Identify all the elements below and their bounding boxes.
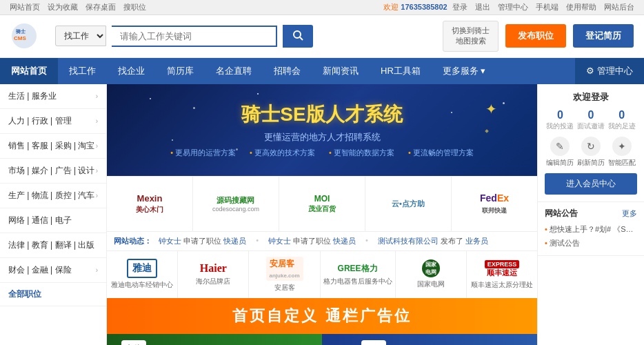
- topbar: 网站首页 设为收藏 保存桌面 搜职位 欢迎 17635385802 登录 退出 …: [0, 0, 644, 15]
- edit-resume-action[interactable]: ✎ 编辑简历: [546, 137, 574, 168]
- haier-label: 海尔品牌店: [196, 277, 230, 286]
- cat-hr-admin[interactable]: 人力 | 行政 | 管理 ›: [0, 109, 106, 134]
- topbar-admin[interactable]: 管理中心: [498, 3, 528, 11]
- topbar-login[interactable]: 登录: [452, 3, 467, 11]
- logo-icon: 骑士 CMS: [10, 22, 38, 50]
- svg-point-3: [294, 31, 301, 38]
- topbar-mobile[interactable]: 手机端: [536, 3, 559, 11]
- member-center-button[interactable]: 进入会员中心: [545, 173, 637, 195]
- nav-item-jobs[interactable]: 找工作: [58, 58, 107, 84]
- register-resume-button[interactable]: 登记简历: [573, 24, 634, 48]
- cat-it[interactable]: 网络 | 通信 | 电子: [0, 208, 106, 233]
- search-input[interactable]: [112, 26, 277, 47]
- topbar-right: 欢迎 17635385802 登录 退出 管理中心 手机端 使用帮助 网站后台: [383, 2, 637, 12]
- partner-mexin[interactable]: Mexin美心木门: [107, 177, 193, 231]
- big-banner-ad[interactable]: 首页自定义 通栏广告位: [107, 298, 537, 334]
- location-button[interactable]: 切换到骑士 地图搜索: [443, 21, 499, 52]
- client-anjuke[interactable]: 安居客anjuke.com 安居客: [249, 251, 320, 298]
- nav-item-elite[interactable]: 名企直聘: [205, 58, 263, 84]
- topbar-user-help[interactable]: 使用帮助: [566, 3, 596, 11]
- star-burst: ✦: [485, 101, 497, 117]
- notice-item-1[interactable]: 想快速上手？#划# 《SE版帮助手...: [545, 223, 637, 237]
- hero-banner[interactable]: ✦ 骑士SE版人才系统 更懂运营的地方人才招聘系统 更易用的运营方案 更高效的技…: [107, 84, 537, 176]
- post-job-button[interactable]: 发布职位: [505, 24, 566, 48]
- login-stats: 0 我的投递 0 面试邀请 0 我的足迹: [545, 109, 637, 131]
- client-logos: 雅迪 雅迪电动车经销中心 Haier 海尔品牌店 安居客anjuke.com 安…: [107, 250, 537, 298]
- cat-life-services[interactable]: 生活 | 服务业 ›: [0, 84, 106, 109]
- news-ticker: 网站动态： 钟女士 申请了职位 快递员 • 钟女士 申请了职位 快递员 • 测试…: [107, 231, 537, 250]
- cat-all-jobs[interactable]: 全部职位: [0, 283, 106, 306]
- topbar-home[interactable]: 网站首页: [10, 3, 40, 11]
- bottom-banner-postal[interactable]: 邮储银行 中国邮政储蓄银行 · 2019年春季校招: [107, 334, 322, 345]
- nav-item-hr[interactable]: HR工具箱: [370, 58, 432, 84]
- topbar-logout[interactable]: 退出: [475, 3, 490, 11]
- cat-finance[interactable]: 财会 | 金融 | 保险 ›: [0, 258, 106, 283]
- notice-more-link[interactable]: 更多: [622, 208, 637, 219]
- nav-item-companies[interactable]: 找企业: [107, 58, 156, 84]
- refresh-resume-action[interactable]: ↻ 刷新简历: [577, 137, 605, 168]
- logo[interactable]: 骑士 CMS: [10, 22, 38, 50]
- cat-market[interactable]: 市场 | 媒介 | 广告 | 设计 ›: [0, 159, 106, 184]
- client-gree[interactable]: GREE格力 格力电器售后服务中心: [321, 251, 396, 298]
- notice-title: 网站公告: [545, 208, 578, 219]
- search-area: 找工作 找企业: [55, 25, 313, 48]
- partner-fedex[interactable]: FedEx 联邦快递: [452, 177, 537, 231]
- cat-production[interactable]: 生产 | 物流 | 质控 | 汽车 ›: [0, 184, 106, 208]
- cat-law[interactable]: 法律 | 教育 | 翻译 | 出版: [0, 233, 106, 258]
- cat-sales[interactable]: 销售 | 客服 | 采购 | 淘宝 ›: [0, 134, 106, 159]
- gree-label: 格力电器售后服务中心: [323, 277, 392, 286]
- search-button[interactable]: [283, 25, 313, 48]
- banner-feature-1: 更易用的运营方案: [170, 148, 236, 158]
- right-panel: 欢迎登录 0 我的投递 0 面试邀请 0 我的足迹 ✎ 编辑简历: [537, 84, 644, 345]
- client-sf-express[interactable]: EXPRESS 顺丰速运 顺丰速运太原分理处: [467, 251, 537, 298]
- applied-label: 我的投递: [546, 121, 574, 131]
- search-type-select[interactable]: 找工作 找企业: [55, 26, 106, 46]
- state-grid-logo: 国家电网: [422, 259, 440, 277]
- topbar-site-admin[interactable]: 网站后台: [604, 3, 634, 11]
- nav-item-admin[interactable]: ⚙ 管理中心: [575, 58, 644, 84]
- client-yadi[interactable]: 雅迪 雅迪电动车经销中心: [107, 251, 178, 298]
- state-grid-label: 国家电网: [417, 279, 445, 289]
- bottom-banner-abc[interactable]: 农业银行 中国农业银行 · 诚聘英才: [322, 334, 537, 345]
- notice-header: 网站公告 更多: [545, 208, 637, 219]
- nav-item-news[interactable]: 新闻资讯: [312, 58, 370, 84]
- topbar-desktop[interactable]: 保存桌面: [85, 3, 116, 11]
- banner-features: 更易用的运营方案 更高效的技术方案 更智能的数据方案 更流畅的管理方案: [170, 148, 474, 158]
- ticker-item-2: 钟女士 申请了职位 快递员: [268, 236, 356, 246]
- gree-logo: GREE格力: [338, 263, 378, 275]
- smart-match-action[interactable]: ✦ 智能匹配: [608, 137, 636, 168]
- ticker-item-3: 测试科技有限公司 发布了 业务员: [378, 236, 488, 246]
- login-box: 欢迎登录 0 我的投递 0 面试邀请 0 我的足迹 ✎ 编辑简历: [538, 84, 644, 202]
- nav-item-fair[interactable]: 招聘会: [263, 58, 312, 84]
- topbar-favorite[interactable]: 设为收藏: [48, 3, 78, 11]
- arrow-icon: ›: [96, 266, 98, 274]
- svg-line-4: [300, 37, 303, 40]
- login-stat-applied: 0 我的投递: [546, 109, 574, 131]
- fedex-logo: FedEx 联邦快递: [480, 193, 509, 215]
- banner-feature-2: 更高效的技术方案: [250, 148, 315, 158]
- anjuke-logo: 安居客anjuke.com: [266, 257, 303, 281]
- partner-yunjian[interactable]: 云•点方助: [365, 177, 452, 231]
- footprint-label: 我的足迹: [608, 121, 636, 131]
- sf-logo: EXPRESS 顺丰速运: [485, 259, 520, 278]
- arrow-icon: ›: [96, 167, 98, 175]
- nav-item-resumes[interactable]: 简历库: [156, 58, 205, 84]
- partner-moi[interactable]: MOI茂业百货: [279, 177, 365, 231]
- partner-sources[interactable]: 源码搜藏网 codesocang.com: [193, 177, 279, 231]
- category-menu: 生活 | 服务业 › 人力 | 行政 | 管理 › 销售 | 客服 | 采购 |…: [0, 84, 107, 345]
- arrow-icon: ›: [96, 117, 98, 125]
- client-haier[interactable]: Haier 海尔品牌店: [178, 251, 249, 298]
- nav-item-more[interactable]: 更多服务 ▾: [432, 58, 497, 84]
- edit-resume-label: 编辑简历: [546, 159, 574, 166]
- banner-title: 骑士SE版人才系统: [170, 101, 474, 128]
- arrow-icon: ›: [96, 192, 98, 199]
- site-notice: 网站公告 更多 想快速上手？#划# 《SE版帮助手... 测试公告: [538, 202, 644, 257]
- banner-subtitle: 更懂运营的地方人才招聘系统: [170, 131, 474, 144]
- nav-item-home[interactable]: 网站首页: [0, 58, 58, 84]
- anjuke-label: 安居客: [274, 283, 295, 293]
- interview-label: 面试邀请: [577, 121, 605, 131]
- topbar-help[interactable]: 搜职位: [123, 3, 146, 11]
- client-state-grid[interactable]: 国家电网 国家电网: [396, 251, 467, 298]
- mexin-logo: Mexin美心木门: [136, 193, 163, 215]
- notice-item-2[interactable]: 测试公告: [545, 237, 637, 250]
